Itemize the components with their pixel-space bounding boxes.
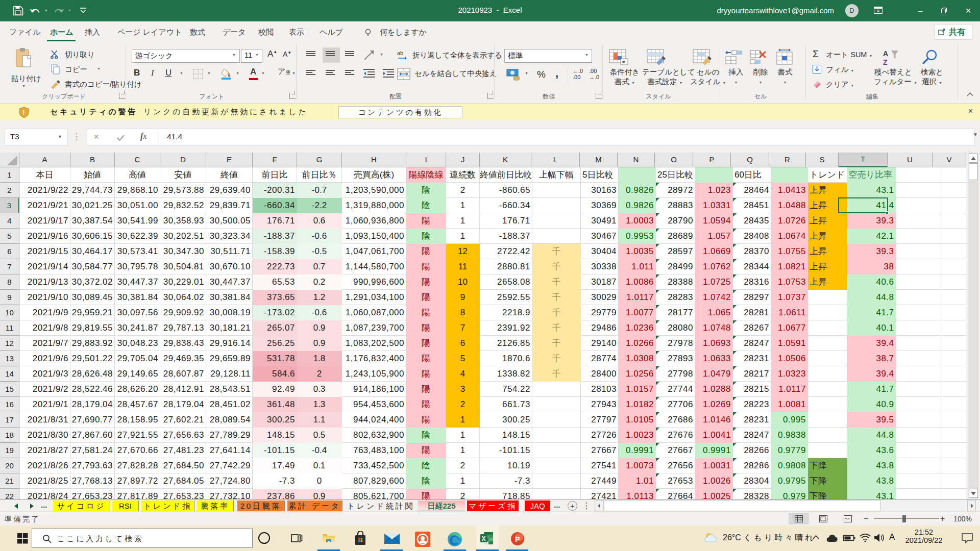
svg-text:!: ! [22, 109, 24, 116]
svg-text:P: P [515, 535, 520, 543]
svg-text:ab: ab [397, 50, 403, 56]
svg-text:X: X [482, 535, 486, 542]
svg-text:A: A [883, 49, 888, 58]
svg-text:≠: ≠ [622, 59, 625, 65]
svg-text:Z: Z [883, 58, 888, 66]
